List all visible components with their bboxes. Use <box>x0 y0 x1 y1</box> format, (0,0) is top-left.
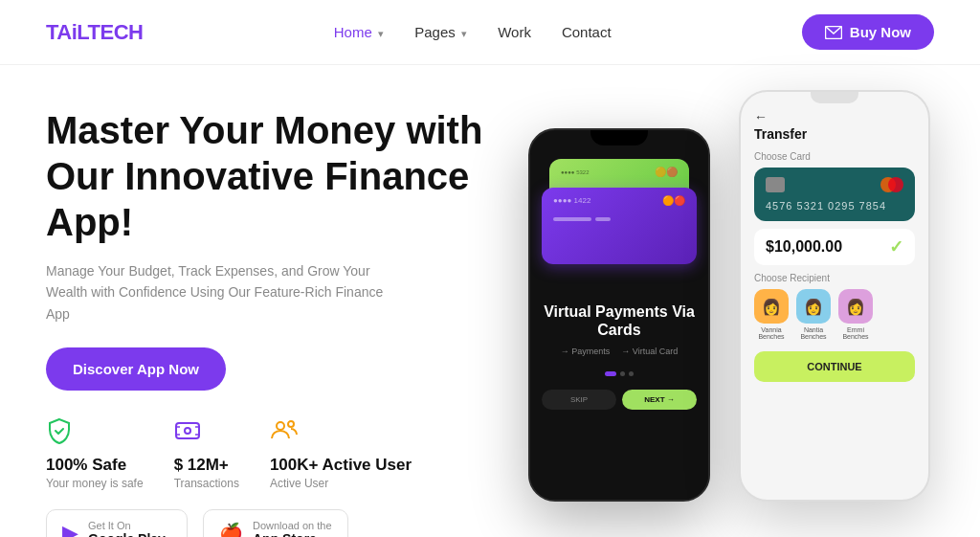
logo-text: TAiLTECH <box>46 20 144 44</box>
recipient-3[interactable]: 👩 EmmiBenches <box>838 289 873 340</box>
stat-safe: 100% Safe Your money is safe <box>46 417 144 490</box>
phone-sub-text: → Payments → Virtual Card <box>542 347 697 356</box>
nav-item-pages[interactable]: Pages ▾ <box>414 24 467 41</box>
shield-icon <box>46 417 77 448</box>
svg-rect-1 <box>176 423 199 438</box>
nav-item-home[interactable]: Home ▾ <box>334 24 384 41</box>
nav-link-contact[interactable]: Contact <box>562 24 612 40</box>
card-display-top <box>766 177 903 192</box>
hero-subtitle: Manage Your Budget, Track Expenses, and … <box>46 260 410 324</box>
nav-links: Home ▾ Pages ▾ Work Contact <box>334 24 612 41</box>
amount-row: $10,000.00 ✓ <box>754 229 915 265</box>
stat-safe-value: 100% Safe <box>46 456 144 475</box>
phone-right-header: ← Transfer <box>741 103 928 142</box>
google-play-big-text: Google Play <box>88 531 166 537</box>
logo[interactable]: TAiLTECH <box>46 20 144 45</box>
avatar-3: 👩 <box>838 289 873 324</box>
phone-main-text: Virtual Payments Via Cards <box>542 302 697 339</box>
phone-left: ●●●● 5322 🟠🔴 ●●●● 1422 🟠🔴 <box>528 128 710 502</box>
google-play-text: Get It On Google Play <box>88 520 166 537</box>
phones-area: ●●●● 5322 🟠🔴 ●●●● 1422 🟠🔴 <box>524 100 934 537</box>
recipient-3-name: EmmiBenches <box>842 326 868 340</box>
card-display[interactable]: 4576 5321 0295 7854 <box>754 168 915 221</box>
card-chip-icon <box>766 177 785 192</box>
stat-users-value: 100K+ Active User <box>270 456 412 475</box>
nav-link-home[interactable]: Home <box>334 24 372 40</box>
card-stack: ●●●● 5322 🟠🔴 ●●●● 1422 🟠🔴 <box>542 159 697 283</box>
hero-title: Master Your Money with Our Innovative Fi… <box>46 107 524 245</box>
stat-users: 100K+ Active User Active User <box>270 417 412 490</box>
chevron-down-icon: ▾ <box>378 28 384 39</box>
phone-notch-right <box>811 92 858 103</box>
card-back-label: ●●●● 5322 🟠🔴 <box>561 167 678 177</box>
money-icon <box>174 417 205 448</box>
stat-users-label: Active User <box>270 477 412 490</box>
phones-container: ●●●● 5322 🟠🔴 ●●●● 1422 🟠🔴 <box>528 90 930 530</box>
mastercard-icon <box>880 177 903 192</box>
stats-row: 100% Safe Your money is safe $ 12M+ Tran… <box>46 417 524 490</box>
nav-item-work[interactable]: Work <box>498 24 531 41</box>
phone-btn-row: SKIP NEXT → <box>542 390 697 410</box>
phone-screen-left: ●●●● 5322 🟠🔴 ●●●● 1422 🟠🔴 <box>530 145 708 502</box>
check-icon: ✓ <box>889 236 903 257</box>
card-number-display: 4576 5321 0295 7854 <box>766 200 903 212</box>
card-front: ●●●● 1422 🟠🔴 <box>542 188 697 264</box>
recipients-row: 👩 VanniaBenches 👩 NantiaBenches 👩 <box>754 289 915 340</box>
play-store-icon: ▶ <box>62 523 78 537</box>
svg-point-3 <box>277 422 284 430</box>
nav-item-contact[interactable]: Contact <box>562 24 612 41</box>
app-badges: ▶ Get It On Google Play 🍎 Download on th… <box>46 509 524 537</box>
stat-safe-label: Your money is safe <box>46 477 144 490</box>
phone-pagination-dots <box>542 371 697 376</box>
recipient-1[interactable]: 👩 VanniaBenches <box>754 289 789 340</box>
phone-text-section: Virtual Payments Via Cards → Payments → … <box>542 302 697 356</box>
choose-card-label: Choose Card <box>754 151 915 162</box>
payments-arrow: → Payments <box>561 347 611 356</box>
recipient-2-name: NantiaBenches <box>800 326 826 340</box>
nav-link-pages[interactable]: Pages <box>414 24 456 40</box>
avatar-1: 👩 <box>754 289 789 324</box>
card-front-lines <box>553 217 685 221</box>
users-icon <box>270 417 301 448</box>
envelope-icon <box>825 26 842 39</box>
recipient-1-name: VanniaBenches <box>758 326 784 340</box>
buy-now-button[interactable]: Buy Now <box>802 14 934 50</box>
phone-right: ← Transfer Choose Card 4576 5321 0295 78… <box>739 90 930 502</box>
phone-notch-left <box>590 130 648 145</box>
continue-button[interactable]: CONTINUE <box>754 351 915 382</box>
apple-icon: 🍎 <box>219 524 243 537</box>
navbar: TAiLTECH Home ▾ Pages ▾ Work Contact Buy… <box>0 0 980 65</box>
hero-content: Master Your Money with Our Innovative Fi… <box>46 100 524 537</box>
app-store-big-text: App Store <box>253 531 332 537</box>
recipient-2[interactable]: 👩 NantiaBenches <box>796 289 831 340</box>
stat-transactions: $ 12M+ Transactions <box>174 417 239 490</box>
app-store-small-text: Download on the <box>253 520 332 531</box>
stat-transactions-value: $ 12M+ <box>174 456 239 475</box>
discover-app-button[interactable]: Discover App Now <box>46 347 226 391</box>
hero-section: Master Your Money with Our Innovative Fi… <box>0 65 980 537</box>
svg-point-4 <box>288 421 294 427</box>
nav-link-work[interactable]: Work <box>498 24 531 40</box>
virtual-card-arrow: → Virtual Card <box>621 347 678 356</box>
back-arrow-icon[interactable]: ← <box>754 109 915 124</box>
google-play-small-text: Get It On <box>88 520 166 531</box>
amount-value: $10,000.00 <box>766 238 842 256</box>
choose-recipient-label: Choose Recipient <box>754 273 915 283</box>
app-store-badge[interactable]: 🍎 Download on the App Store <box>203 509 348 537</box>
phone-skip-btn[interactable]: SKIP <box>542 390 616 410</box>
stat-transactions-label: Transactions <box>174 477 239 490</box>
avatar-2: 👩 <box>796 289 831 324</box>
choose-card-section: Choose Card <box>741 151 928 162</box>
phone-next-btn[interactable]: NEXT → <box>622 390 697 410</box>
transfer-title: Transfer <box>754 126 915 142</box>
svg-point-2 <box>185 428 190 434</box>
google-play-badge[interactable]: ▶ Get It On Google Play <box>46 509 188 537</box>
app-store-text: Download on the App Store <box>253 520 332 537</box>
chevron-down-icon: ▾ <box>461 28 467 39</box>
buy-now-label: Buy Now <box>850 24 911 40</box>
